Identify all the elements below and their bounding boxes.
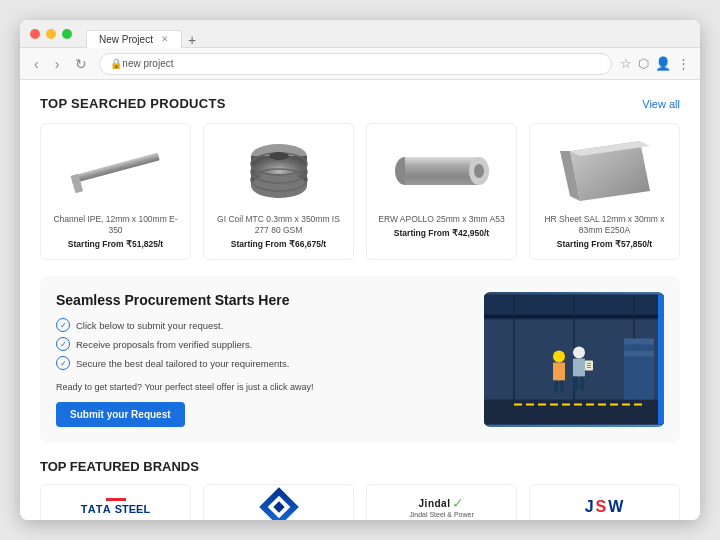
diamond-logo <box>265 493 293 520</box>
minimize-button[interactable] <box>46 29 56 39</box>
bookmark-icon[interactable]: ☆ <box>620 56 632 71</box>
jindal-text: Jindal <box>419 498 451 509</box>
product-name-coil: GI Coil MTC 0.3mm x 350mm IS 277 80 GSM <box>212 214 345 236</box>
svg-rect-27 <box>624 345 654 351</box>
tata-steel-logo: TATA STEEL <box>81 498 150 515</box>
browser-window: New Project ✕ + ‹ › ↻ 🔒 new project ☆ ⬡ … <box>20 20 700 520</box>
checklist-item-2: ✓ Receive proposals from verified suppli… <box>56 337 468 351</box>
diamond-inner <box>267 495 290 518</box>
svg-rect-28 <box>624 339 654 345</box>
check-icon-3: ✓ <box>56 356 70 370</box>
product-image-channel <box>49 136 182 206</box>
product-card-pipe[interactable]: ERW APOLLO 25mm x 3mm A53 Starting From … <box>366 123 517 260</box>
svg-rect-10 <box>405 157 479 185</box>
page-content: TOP SEARCHED PRODUCTS View all <box>20 80 700 520</box>
tata-text: TATA <box>81 503 112 515</box>
brand-card-jsw[interactable]: J S W <box>529 484 680 520</box>
lock-icon: 🔒 <box>110 58 122 69</box>
brands-title: TOP FEATURED BRANDS <box>40 459 680 474</box>
top-products-header: TOP SEARCHED PRODUCTS View all <box>40 96 680 111</box>
jindal-check-icon: ✓ <box>452 495 464 511</box>
product-name-sheet: HR Sheet SAL 12mm x 30mm x 83mm E250A <box>538 214 671 236</box>
new-tab-button[interactable]: + <box>182 32 202 48</box>
profile-icon[interactable]: 👤 <box>655 56 671 71</box>
url-text: new project <box>122 58 173 69</box>
jsw-text-w: W <box>608 498 624 516</box>
refresh-button[interactable]: ↻ <box>71 54 91 74</box>
procurement-title: Seamless Procurement Starts Here <box>56 292 468 308</box>
svg-rect-26 <box>624 351 654 357</box>
svg-rect-41 <box>658 295 664 425</box>
back-button[interactable]: ‹ <box>30 54 43 74</box>
checklist-item-1: ✓ Click below to submit your request. <box>56 318 468 332</box>
products-grid: Channel IPE, 12mm x 100mm E-350 Starting… <box>40 123 680 260</box>
toolbar-actions: ☆ ⬡ 👤 ⋮ <box>620 56 690 71</box>
view-all-link[interactable]: View all <box>642 98 680 110</box>
check-icon-1: ✓ <box>56 318 70 332</box>
svg-rect-31 <box>554 381 558 393</box>
diamond-core <box>273 501 284 512</box>
jsw-text-s: S <box>596 498 608 516</box>
tab-close-icon[interactable]: ✕ <box>161 34 169 44</box>
product-image-pipe <box>375 136 508 206</box>
jindal-top: Jindal ✓ <box>419 495 465 511</box>
product-card-coil[interactable]: GI Coil MTC 0.3mm x 350mm IS 277 80 GSM … <box>203 123 354 260</box>
jsw-text-j: J <box>585 498 595 516</box>
product-image-coil <box>212 136 345 206</box>
top-products-title: TOP SEARCHED PRODUCTS <box>40 96 226 111</box>
close-button[interactable] <box>30 29 40 39</box>
svg-rect-23 <box>484 400 664 425</box>
tab-title: New Project <box>99 34 153 45</box>
svg-rect-0 <box>70 152 159 183</box>
svg-rect-32 <box>560 381 564 393</box>
product-card-channel[interactable]: Channel IPE, 12mm x 100mm E-350 Starting… <box>40 123 191 260</box>
active-tab[interactable]: New Project ✕ <box>86 30 182 48</box>
extension-icon[interactable]: ⬡ <box>638 56 649 71</box>
procurement-section: Seamless Procurement Starts Here ✓ Click… <box>40 276 680 443</box>
browser-titlebar: New Project ✕ + <box>20 20 700 48</box>
diamond-icon <box>259 487 299 520</box>
steel-text: STEEL <box>115 503 150 515</box>
product-price-coil: Starting From ₹66,675/t <box>231 239 326 249</box>
jindal-sub-text: Jindal Steel & Power <box>409 511 474 518</box>
maximize-button[interactable] <box>62 29 72 39</box>
svg-point-33 <box>573 347 585 359</box>
svg-rect-30 <box>553 363 565 381</box>
brands-section: TOP FEATURED BRANDS TATA STEEL <box>40 459 680 520</box>
product-name-pipe: ERW APOLLO 25mm x 3mm A53 <box>378 214 504 225</box>
brand-card-tata[interactable]: TATA STEEL <box>40 484 191 520</box>
product-price-sheet: Starting From ₹57,850/t <box>557 239 652 249</box>
tata-bar <box>106 498 126 501</box>
procurement-image <box>484 292 664 427</box>
jindal-logo: Jindal ✓ Jindal Steel & Power <box>409 495 474 518</box>
svg-point-4 <box>251 174 307 198</box>
product-price-pipe: Starting From ₹42,950/t <box>394 228 489 238</box>
svg-rect-35 <box>574 377 578 391</box>
menu-icon[interactable]: ⋮ <box>677 56 690 71</box>
svg-rect-34 <box>573 359 585 377</box>
submit-request-button[interactable]: Submit your Request <box>56 402 185 427</box>
svg-point-12 <box>474 164 484 178</box>
svg-point-29 <box>553 351 565 363</box>
svg-rect-25 <box>624 355 654 400</box>
tab-bar: New Project ✕ + <box>86 20 202 48</box>
brand-card-jindal[interactable]: Jindal ✓ Jindal Steel & Power <box>366 484 517 520</box>
address-bar[interactable]: 🔒 new project <box>99 53 612 75</box>
forward-button[interactable]: › <box>51 54 64 74</box>
procurement-left: Seamless Procurement Starts Here ✓ Click… <box>56 292 468 427</box>
cta-text: Ready to get started? Your perfect steel… <box>56 382 468 392</box>
check-icon-2: ✓ <box>56 337 70 351</box>
brand-card-diamond[interactable] <box>203 484 354 520</box>
procurement-checklist: ✓ Click below to submit your request. ✓ … <box>56 318 468 370</box>
svg-rect-36 <box>580 377 584 391</box>
checklist-item-3: ✓ Secure the best deal tailored to your … <box>56 356 468 370</box>
product-name-channel: Channel IPE, 12mm x 100mm E-350 <box>49 214 182 236</box>
product-price-channel: Starting From ₹51,825/t <box>68 239 163 249</box>
product-card-sheet[interactable]: HR Sheet SAL 12mm x 30mm x 83mm E250A St… <box>529 123 680 260</box>
browser-toolbar: ‹ › ↻ 🔒 new project ☆ ⬡ 👤 ⋮ <box>20 48 700 80</box>
brands-grid: TATA STEEL <box>40 484 680 520</box>
jsw-logo: J S W <box>585 498 625 516</box>
product-image-sheet <box>538 136 671 206</box>
svg-point-8 <box>269 152 289 160</box>
